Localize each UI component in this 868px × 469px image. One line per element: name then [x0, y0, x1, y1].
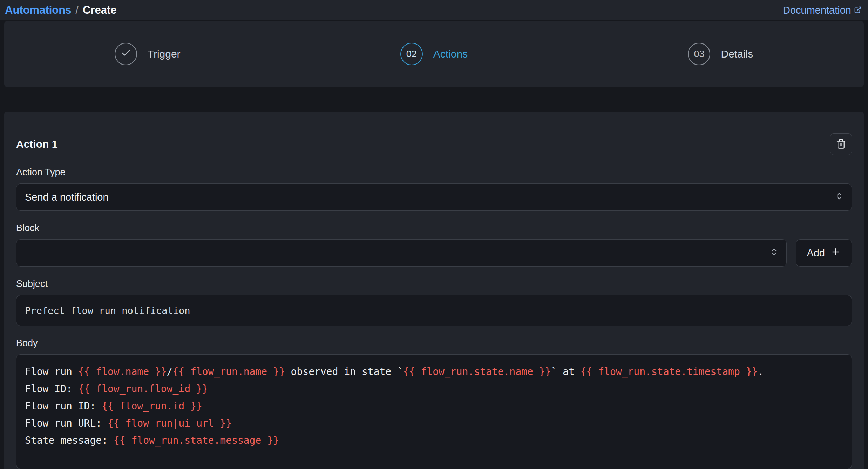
- step-trigger[interactable]: Trigger: [4, 43, 291, 65]
- add-block-button-label: Add: [807, 247, 825, 259]
- block-select[interactable]: [16, 239, 787, 267]
- block-label: Block: [16, 223, 852, 234]
- action-type-select[interactable]: Send a notification: [16, 183, 852, 211]
- check-icon: [121, 48, 131, 61]
- chevron-updown-icon: [769, 247, 779, 259]
- step-actions-label: Actions: [433, 48, 468, 60]
- external-link-icon: [854, 5, 862, 16]
- add-block-button[interactable]: Add: [796, 239, 852, 267]
- step-details[interactable]: 03 Details: [577, 43, 864, 65]
- top-bar: Automations / Create Documentation: [0, 0, 868, 20]
- documentation-link-label: Documentation: [783, 5, 851, 16]
- delete-action-button[interactable]: [830, 133, 852, 155]
- documentation-link[interactable]: Documentation: [783, 5, 862, 16]
- plus-icon: [830, 247, 841, 260]
- subject-label: Subject: [16, 279, 852, 289]
- step-actions-indicator: 02: [400, 43, 423, 65]
- step-actions[interactable]: 02 Actions: [291, 43, 577, 65]
- step-actions-number: 02: [406, 49, 417, 60]
- body-label: Body: [16, 338, 852, 349]
- chevron-updown-icon: [835, 192, 844, 203]
- step-trigger-label: Trigger: [148, 48, 181, 60]
- action-type-value: Send a notification: [25, 192, 109, 203]
- breadcrumb-separator: /: [75, 4, 79, 16]
- step-details-number: 03: [694, 49, 704, 60]
- breadcrumb: Automations / Create: [5, 4, 117, 16]
- breadcrumb-automations-link[interactable]: Automations: [5, 4, 71, 16]
- subject-input[interactable]: [16, 295, 852, 326]
- trash-icon: [836, 139, 846, 150]
- step-details-indicator: 03: [688, 43, 710, 65]
- action-type-label: Action Type: [16, 167, 852, 178]
- action-card: Action 1 Action Type Send a notification…: [4, 112, 864, 469]
- step-details-label: Details: [721, 48, 753, 60]
- action-title: Action 1: [16, 138, 57, 150]
- breadcrumb-current-page: Create: [83, 4, 117, 16]
- stepper: Trigger 02 Actions 03 Details: [4, 21, 864, 87]
- action-card-header: Action 1: [16, 133, 852, 155]
- body-editor[interactable]: Flow run {{ flow.name }}/{{ flow_run.nam…: [16, 354, 852, 469]
- block-row: Add: [16, 239, 852, 267]
- step-trigger-indicator: [115, 43, 137, 65]
